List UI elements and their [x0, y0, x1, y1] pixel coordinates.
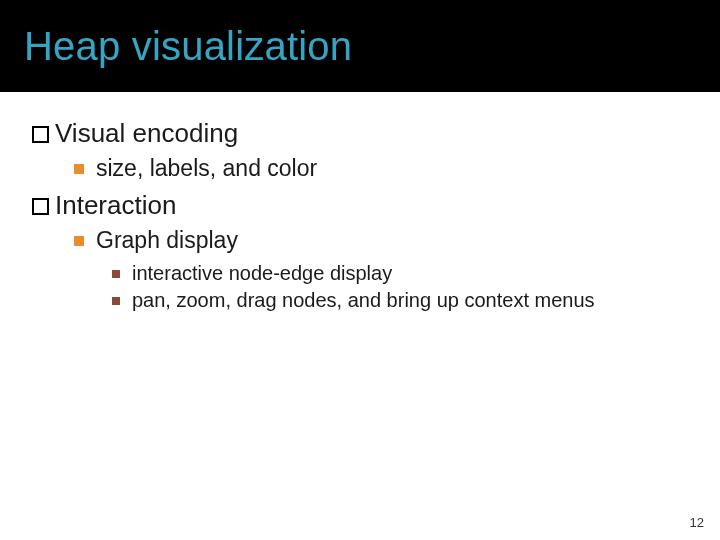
- bullet-text: pan, zoom, drag nodes, and bring up cont…: [132, 289, 595, 312]
- bullet-text: size, labels, and color: [96, 155, 317, 182]
- square-outline-icon: [32, 126, 49, 143]
- square-bullet-icon: [112, 270, 120, 278]
- bullet-text: Graph display: [96, 227, 238, 254]
- square-bullet-icon: [74, 236, 84, 246]
- subbullet-size-labels-color: size, labels, and color: [74, 155, 688, 182]
- square-outline-icon: [32, 198, 49, 215]
- bullet-visual-encoding: Visual encoding: [32, 118, 688, 149]
- bullet-text: interactive node-edge display: [132, 262, 392, 285]
- square-bullet-icon: [112, 297, 120, 305]
- subbullet-node-edge: interactive node-edge display: [112, 262, 688, 285]
- square-bullet-icon: [74, 164, 84, 174]
- slide-body: Visual encoding size, labels, and color …: [0, 92, 720, 312]
- bullet-text: Interaction: [55, 190, 176, 221]
- subbullet-pan-zoom: pan, zoom, drag nodes, and bring up cont…: [112, 289, 688, 312]
- slide-title: Heap visualization: [24, 24, 352, 69]
- title-band: Heap visualization: [0, 0, 720, 92]
- bullet-text: Visual encoding: [55, 118, 238, 149]
- page-number: 12: [690, 515, 704, 530]
- subbullet-graph-display: Graph display: [74, 227, 688, 254]
- bullet-interaction: Interaction: [32, 190, 688, 221]
